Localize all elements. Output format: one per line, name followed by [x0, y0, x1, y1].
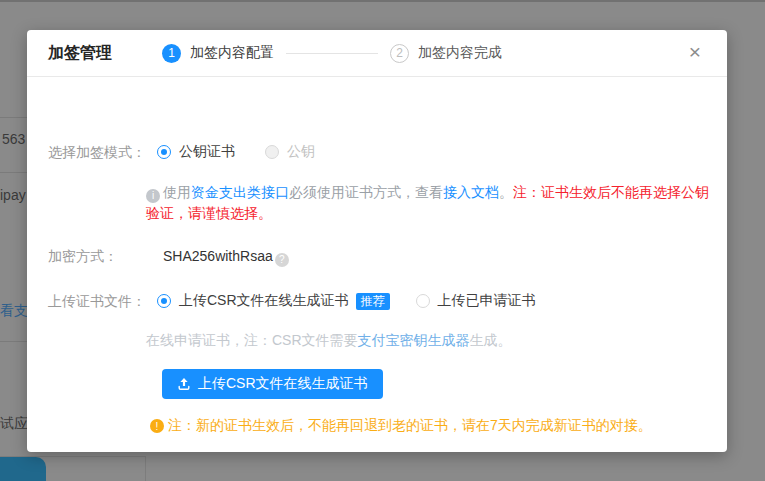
- upload-button-label: 上传CSR文件在线生成证书: [198, 375, 368, 393]
- encrypt-value-text: SHA256withRsaa: [163, 248, 273, 264]
- cert-notice: i使用资金支出类接口必须使用证书方式，查看接入文档。注：证书生效后不能再选择公钥…: [146, 182, 718, 224]
- radio-upload-existing[interactable]: [416, 294, 430, 308]
- footer-warning-text: 注：新的证书生效后，不能再回退到老的证书，请在7天内完成新证书的对接。: [168, 417, 652, 435]
- radio-public-key-label[interactable]: 公钥: [287, 143, 315, 161]
- radio-public-key-cert[interactable]: [157, 145, 171, 159]
- step-2: 2 加签内容完成: [390, 44, 502, 63]
- funds-api-link[interactable]: 资金支出类接口: [191, 184, 289, 200]
- hint-prefix: 在线申请证书，注：CSR文件需要: [146, 332, 358, 348]
- radio-upload-existing-label[interactable]: 上传已申请证书: [438, 292, 536, 310]
- step-1-number: 1: [162, 44, 181, 63]
- background-text-fragment: 试应: [0, 415, 28, 433]
- notice-prefix: 使用: [163, 184, 191, 200]
- background-text-fragment: ipay: [0, 187, 26, 203]
- keygen-tool-link[interactable]: 支付宝密钥生成器: [358, 332, 470, 348]
- notice-middle: 必须使用证书方式，查看: [289, 184, 443, 200]
- step-2-number: 2: [390, 44, 409, 63]
- step-connector-line: [286, 53, 378, 54]
- upload-cert-label: 上传证书文件：: [48, 293, 146, 311]
- encrypt-method-label: 加密方式：: [48, 248, 118, 266]
- background-top-border: [0, 0, 765, 2]
- radio-public-key[interactable]: [265, 145, 279, 159]
- csr-hint: 在线申请证书，注：CSR文件需要支付宝密钥生成器生成。: [146, 332, 512, 350]
- info-icon: i: [146, 189, 160, 203]
- integration-docs-link[interactable]: 接入文档: [443, 184, 499, 200]
- dialog-header: 加签管理 1 加签内容配置 2 加签内容完成 ×: [27, 30, 727, 77]
- step-2-label: 加签内容完成: [418, 44, 502, 62]
- recommend-badge: 推荐: [356, 293, 390, 310]
- step-1: 1 加签内容配置: [162, 44, 274, 63]
- sign-mode-options: 公钥证书 公钥: [157, 143, 315, 161]
- hint-suffix: 生成。: [470, 332, 512, 348]
- radio-public-key-cert-label[interactable]: 公钥证书: [179, 143, 235, 161]
- notice-period: 。: [499, 184, 513, 200]
- help-icon[interactable]: ?: [275, 253, 289, 267]
- encrypt-method-value: SHA256withRsaa?: [163, 248, 289, 267]
- sign-management-dialog: 加签管理 1 加签内容配置 2 加签内容完成 × 选择加签模式： 公钥证书 公钥…: [27, 30, 727, 452]
- warning-icon: !: [150, 419, 164, 433]
- upload-cert-options: 上传CSR文件在线生成证书 推荐 上传已申请证书: [157, 292, 536, 310]
- radio-upload-csr-label[interactable]: 上传CSR文件在线生成证书: [179, 292, 349, 310]
- background-text-fragment: 563: [2, 131, 25, 147]
- sign-mode-label: 选择加签模式：: [48, 144, 146, 162]
- background-blue-button: [0, 457, 46, 481]
- dialog-body: 选择加签模式： 公钥证书 公钥 i使用资金支出类接口必须使用证书方式，查看接入文…: [27, 77, 727, 452]
- radio-upload-csr[interactable]: [157, 294, 171, 308]
- background-link-fragment: 看支: [0, 302, 28, 320]
- background-divider: [0, 117, 27, 118]
- dialog-title: 加签管理: [48, 43, 112, 64]
- background-divider: [0, 341, 27, 342]
- upload-icon: [177, 377, 191, 391]
- close-icon[interactable]: ×: [689, 41, 701, 62]
- upload-csr-button[interactable]: 上传CSR文件在线生成证书: [162, 369, 383, 399]
- footer-warning: ! 注：新的证书生效后，不能再回退到老的证书，请在7天内完成新证书的对接。: [150, 417, 652, 435]
- background-divider: [0, 172, 27, 173]
- step-indicator: 1 加签内容配置 2 加签内容完成: [162, 44, 502, 63]
- step-1-label: 加签内容配置: [190, 44, 274, 62]
